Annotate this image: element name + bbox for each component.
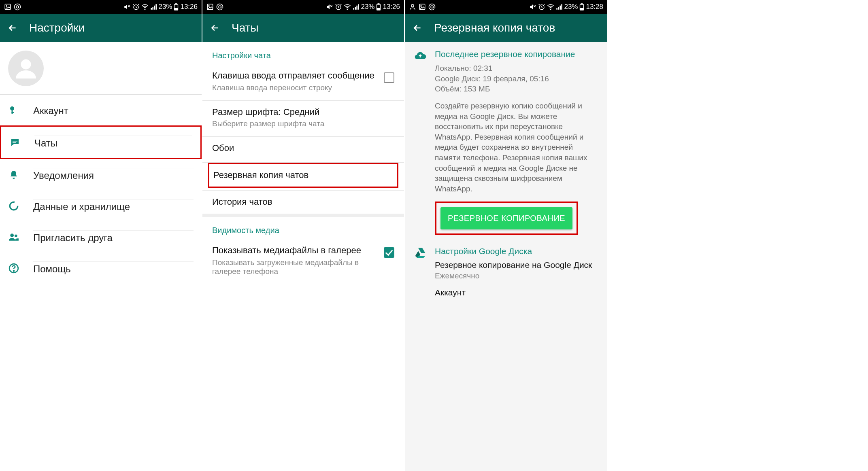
settings-item-invite[interactable]: Пригласить друга: [0, 221, 202, 252]
app-bar: Чаты: [202, 14, 404, 42]
backup-size-line: Объём: 153 МБ: [435, 84, 599, 94]
svg-point-33: [421, 6, 421, 6]
svg-point-31: [411, 4, 414, 7]
battery-pct: 23%: [361, 3, 374, 11]
mute-icon: [123, 3, 131, 11]
image-icon: [206, 3, 214, 11]
status-bar: 23% 13:26: [0, 0, 202, 14]
image-icon: [4, 3, 11, 11]
screen-settings: 23% 13:26 Настройки Аккаунт: [0, 0, 202, 471]
svg-rect-8: [176, 4, 177, 4]
backup-button-highlight: РЕЗЕРВНОЕ КОПИРОВАНИЕ: [435, 202, 578, 235]
svg-rect-30: [377, 8, 380, 10]
row-wallpaper[interactable]: Обои: [202, 137, 404, 160]
row-title: Обои: [212, 142, 394, 154]
backup-paragraph: Создайте резервную копию сообщений и мед…: [435, 101, 599, 194]
google-drive-icon: [413, 246, 428, 297]
battery-pct: 23%: [158, 3, 172, 11]
page-title: Чаты: [232, 21, 259, 34]
backup-local-line: Локально: 02:31: [435, 63, 599, 74]
battery-pct: 23%: [564, 3, 578, 11]
back-button[interactable]: [412, 23, 423, 33]
data-icon: [8, 200, 19, 212]
settings-item-data[interactable]: Данные и хранилище: [0, 190, 202, 221]
signal-icon: [353, 4, 359, 10]
chat-icon: [9, 137, 21, 148]
row-title: История чатов: [212, 196, 394, 208]
people-icon: [8, 231, 19, 243]
avatar: [8, 51, 44, 86]
key-icon: [8, 104, 19, 116]
divider-thick: [202, 214, 404, 217]
last-backup-header: Последнее резервное копирование: [435, 49, 599, 59]
at-icon: [428, 3, 436, 11]
wifi-icon: [141, 3, 149, 11]
mute-icon: [529, 3, 536, 11]
settings-label: Уведомления: [33, 168, 194, 181]
row-backup[interactable]: Резервная копия чатов: [208, 163, 398, 188]
wifi-icon: [344, 3, 351, 11]
wifi-icon: [547, 3, 554, 11]
svg-point-18: [15, 234, 17, 237]
row-title: Размер шрифта: Средний: [212, 106, 394, 118]
settings-item-account[interactable]: Аккаунт: [0, 95, 202, 125]
svg-point-6: [145, 9, 146, 10]
row-font-size[interactable]: Размер шрифта: Средний Выберите размер ш…: [202, 101, 404, 134]
row-media-visibility[interactable]: Показывать медиафайлы в галерее Показыва…: [202, 239, 404, 282]
mute-icon: [326, 3, 333, 11]
svg-point-10: [21, 59, 31, 69]
profile-row[interactable]: [0, 42, 202, 95]
alarm-icon: [132, 3, 140, 11]
svg-rect-14: [13, 141, 17, 142]
row-history[interactable]: История чатов: [202, 191, 404, 214]
backup-button[interactable]: РЕЗЕРВНОЕ КОПИРОВАНИЕ: [440, 207, 572, 229]
page-title: Резервная копия чатов: [434, 21, 555, 34]
checkbox-unchecked[interactable]: [384, 72, 394, 83]
svg-rect-40: [581, 4, 583, 4]
row-title: Резервная копия чатов: [213, 170, 393, 181]
image-icon: [419, 3, 426, 11]
cloud-upload-icon: [413, 49, 428, 235]
settings-label: Аккаунт: [33, 104, 194, 117]
at-icon: [14, 3, 21, 11]
svg-point-16: [10, 202, 18, 210]
back-button[interactable]: [7, 23, 18, 33]
gdrive-backup-title: Резервное копирование на Google Диск: [435, 260, 599, 270]
screen-backup: 23% 13:28 Резервная копия чатов Последне…: [405, 0, 608, 471]
alarm-icon: [538, 3, 545, 11]
person-icon: [409, 3, 416, 11]
svg-point-20: [13, 270, 14, 271]
gdrive-backup-freq: Ежемесячно: [435, 272, 599, 280]
svg-point-1: [6, 6, 7, 6]
settings-label: Помощь: [33, 261, 194, 275]
row-title: Клавиша ввода отправляет сообщение: [212, 70, 379, 82]
clock-time: 13:26: [383, 3, 400, 11]
page-title: Настройки: [29, 21, 85, 34]
section-header-media: Видимость медиа: [202, 217, 404, 239]
settings-item-notifications[interactable]: Уведомления: [0, 159, 202, 190]
row-gdrive-backup[interactable]: Резервное копирование на Google Диск Еже…: [435, 260, 599, 280]
settings-label: Чаты: [34, 136, 192, 149]
back-button[interactable]: [210, 23, 220, 33]
settings-item-help[interactable]: Помощь: [0, 252, 202, 284]
signal-icon: [150, 4, 157, 10]
at-icon: [216, 3, 223, 11]
row-enter-key[interactable]: Клавиша ввода отправляет сообщение Клави…: [202, 64, 404, 98]
battery-icon: [376, 3, 381, 11]
status-bar: 23% 13:28: [405, 0, 607, 14]
svg-rect-9: [175, 8, 178, 10]
row-sub: Показывать загруженные медиафайлы в гале…: [212, 258, 379, 276]
backup-gdrive-line: Google Диск: 19 февраля, 05:16: [435, 74, 599, 84]
svg-point-17: [10, 233, 14, 237]
status-bar: 23% 13:26: [202, 0, 404, 14]
svg-point-34: [431, 6, 433, 8]
alarm-icon: [335, 3, 342, 11]
row-gdrive-account[interactable]: Аккаунт: [435, 288, 599, 297]
app-bar: Резервная копия чатов: [405, 14, 607, 42]
gdrive-settings-block: Настройки Google Диска Резервное копиров…: [405, 239, 607, 301]
help-icon: [8, 263, 19, 274]
settings-label: Пригласить друга: [33, 230, 194, 244]
settings-item-chats[interactable]: Чаты: [0, 125, 202, 159]
checkbox-checked[interactable]: [384, 247, 394, 258]
battery-icon: [579, 3, 584, 11]
